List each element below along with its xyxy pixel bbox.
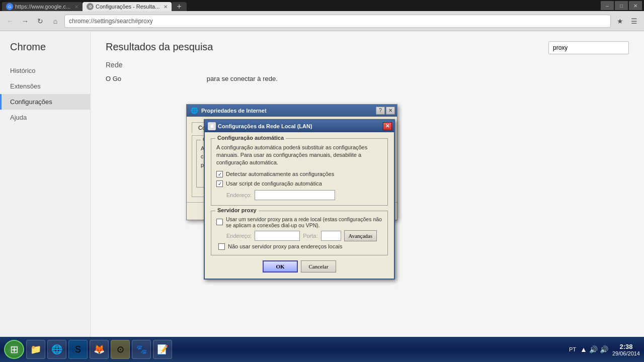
sidebar-item-extensoes[interactable]: Extensões — [0, 78, 90, 94]
tab-settings-close[interactable]: ✕ — [164, 4, 168, 10]
start-icon: ⊞ — [10, 343, 19, 355]
clock: 2:38 29/06/2014 — [612, 343, 640, 356]
lan-title: Configurações da Rede Local (LAN) — [218, 123, 312, 129]
home-button[interactable]: ⌂ — [49, 15, 61, 27]
lan-footer: OK Cancelar — [211, 260, 388, 273]
address-text: chrome://settings/search#proxy — [69, 18, 153, 25]
app-title: Chrome — [0, 41, 90, 63]
clock-time: 2:38 — [612, 343, 640, 350]
proxy-port-label: Porta: — [303, 233, 317, 239]
no-proxy-local-row: Não usar servidor proxy para endereços l… — [216, 243, 382, 250]
sidebar-item-configuracoes[interactable]: Configurações — [0, 94, 90, 110]
back-button[interactable]: ← — [4, 15, 16, 27]
lan-settings-dialog: 🖥 Configurações da Rede Local (LAN) ✕ Co… — [204, 119, 395, 280]
lan-titlebar: 🖥 Configurações da Rede Local (LAN) ✕ — [205, 120, 394, 132]
detect-label: Detectar automaticamente as configuraçõe… — [226, 171, 382, 177]
tab-settings-icon: ⚙ — [87, 3, 94, 10]
internet-props-icon: 🌐 — [191, 107, 198, 114]
lan-icon: 🖥 — [208, 122, 216, 130]
tray-volume: 🔊 — [600, 345, 608, 353]
chrome-navbar: ← → ↻ ⌂ chrome://settings/search#proxy ★… — [0, 11, 644, 31]
new-tab-button[interactable]: + — [172, 2, 187, 11]
rede-header: Rede — [106, 61, 629, 69]
proxy-port-input[interactable] — [321, 231, 341, 241]
taskbar-icon-skype[interactable]: S — [68, 340, 88, 359]
taskbar-icon-firefox[interactable]: 🦊 — [90, 340, 109, 359]
taskbar: ⊞ 📁 🌐 S 🦊 ⊙ 🐾 📝 PT ▲ 🔊 🔊 2:38 29/06/2014 — [0, 337, 644, 362]
forward-button[interactable]: → — [19, 15, 31, 27]
tab-google-label: https://www.google.c... — [15, 4, 70, 10]
start-button[interactable]: ⊞ — [4, 340, 24, 359]
window-controls: – □ ✕ — [601, 1, 642, 10]
taskbar-icon-edit[interactable]: 📝 — [153, 340, 172, 359]
taskbar-icon-ie[interactable]: 🌐 — [47, 340, 66, 359]
taskbar-icon-explorer[interactable]: 📁 — [26, 340, 45, 359]
window-titlebar: G https://www.google.c... ✕ ⚙ Configuraç… — [0, 0, 644, 11]
taskbar-icon-misc[interactable]: 🐾 — [132, 340, 151, 359]
sidebar-item-historico[interactable]: Histórico — [0, 63, 90, 78]
menu-button[interactable]: ☰ — [628, 15, 640, 27]
minimize-button[interactable]: – — [601, 1, 614, 10]
lan-auto-desc: A configuração automática poderá substit… — [216, 144, 382, 167]
proxy-checkbox[interactable] — [216, 219, 223, 225]
lan-proxy-fields: Endereço: Porta: Avançadas — [216, 230, 382, 241]
lan-ok-button[interactable]: OK — [263, 260, 298, 273]
lan-detect-row: Detectar automaticamente as configuraçõe… — [216, 171, 382, 177]
internet-props-help[interactable]: ? — [376, 107, 385, 115]
proxy-addr-input[interactable] — [255, 231, 300, 241]
tab-google-icon: G — [6, 3, 13, 10]
lan-script-addr-row: Endereço: — [216, 190, 382, 200]
lan-cancel-button[interactable]: Cancelar — [301, 260, 336, 273]
proxy-label: Usar um servidor proxy para a rede local… — [226, 216, 382, 228]
rede-section: Rede O Go para se conectar à rede. — [106, 61, 629, 84]
tray-arrow[interactable]: ▲ — [580, 345, 587, 353]
tab-bar: G https://www.google.c... ✕ ⚙ Configuraç… — [2, 0, 187, 11]
lan-auto-title: Configuração automática — [215, 135, 286, 141]
address-bar[interactable]: chrome://settings/search#proxy — [64, 15, 611, 28]
lan-proxy-title: Servidor proxy — [215, 207, 259, 213]
lan-auto-section: Configuração automática A configuração a… — [211, 138, 388, 206]
reload-button[interactable]: ↻ — [34, 15, 46, 27]
lan-body: Configuração automática A configuração a… — [205, 132, 394, 279]
tab-settings[interactable]: ⚙ Configurações - Resulta... ✕ — [83, 2, 172, 11]
proxy-addr-label: Endereço: — [226, 233, 252, 239]
lan-proxy-row: Usar um servidor proxy para a rede local… — [216, 216, 382, 228]
lan-proxy-section: Servidor proxy Usar um servidor proxy pa… — [211, 211, 388, 255]
clock-date: 29/06/2014 — [612, 350, 640, 356]
no-proxy-label: Não usar servidor proxy para endereços l… — [228, 243, 382, 249]
search-box-container — [548, 41, 629, 54]
bookmark-button[interactable]: ★ — [614, 15, 626, 27]
lan-close-button[interactable]: ✕ — [383, 122, 392, 130]
proxy-advanced-button[interactable]: Avançadas — [344, 230, 377, 241]
sidebar-item-ajuda[interactable]: Ajuda — [0, 110, 90, 125]
tray-network: 🔊 — [589, 345, 598, 353]
page-content: Resultados da pesquisa Rede O Go para se… — [91, 31, 644, 337]
no-proxy-checkbox[interactable] — [218, 243, 225, 250]
addr-label: Endereço: — [226, 192, 252, 198]
lan-script-row: Usar script de configuração automática — [216, 180, 382, 187]
sidebar: Chrome Histórico Extensões Configurações… — [0, 31, 91, 337]
script-label: Usar script de configuração automática — [226, 180, 382, 187]
maximize-button[interactable]: □ — [615, 1, 628, 10]
detect-checkbox[interactable] — [216, 171, 223, 177]
tab-settings-label: Configurações - Resulta... — [96, 4, 159, 10]
taskbar-right: PT ▲ 🔊 🔊 2:38 29/06/2014 — [569, 343, 640, 356]
rede-desc: O Go para se conectar à rede. — [106, 74, 629, 84]
search-input[interactable] — [548, 41, 629, 54]
tab-google[interactable]: G https://www.google.c... ✕ — [2, 2, 83, 11]
script-addr-input[interactable] — [255, 190, 335, 200]
close-button[interactable]: ✕ — [629, 1, 642, 10]
internet-props-title: Propriedades de Internet — [201, 108, 375, 114]
taskbar-icons: 📁 🌐 S 🦊 ⊙ 🐾 📝 — [26, 340, 172, 359]
taskbar-icon-chrome[interactable]: ⊙ — [111, 340, 130, 359]
tab-google-close[interactable]: ✕ — [74, 4, 78, 10]
internet-props-titlebar: 🌐 Propriedades de Internet ? ✕ — [187, 105, 397, 117]
internet-props-close[interactable]: ✕ — [386, 107, 395, 115]
script-checkbox[interactable] — [216, 180, 223, 187]
chrome-main: Chrome Histórico Extensões Configurações… — [0, 31, 644, 337]
nav-right: ★ ☰ — [614, 15, 640, 27]
language-indicator: PT — [569, 346, 576, 352]
tray-icons: ▲ 🔊 🔊 — [580, 345, 608, 353]
